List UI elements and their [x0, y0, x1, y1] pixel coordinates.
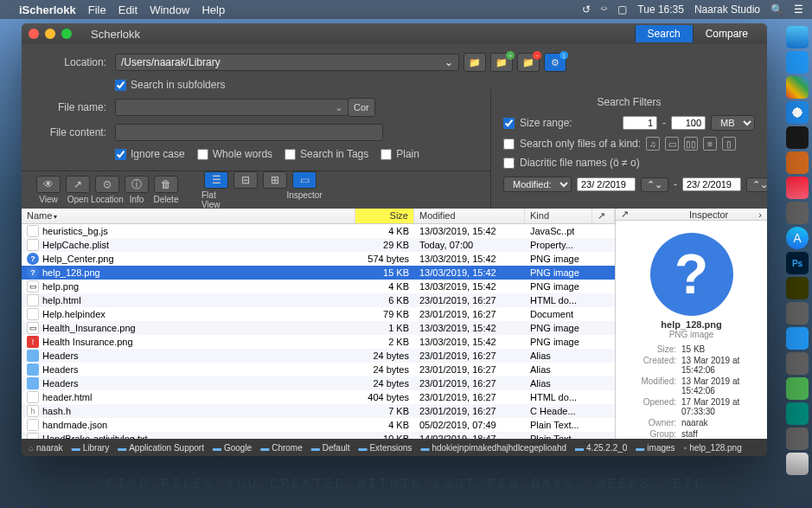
table-row[interactable]: Help.helpindex79 KB23/01/2019, 16:27Docu… [22, 307, 615, 321]
dock-photoshop[interactable]: Ps [786, 252, 809, 274]
kind-book-icon[interactable]: ▯▯ [684, 137, 698, 151]
dock-trash[interactable] [786, 453, 809, 475]
kind-text-icon[interactable]: ≡ [703, 137, 717, 151]
open-button[interactable]: ↗Open [63, 176, 93, 204]
plain-check[interactable]: Plain [380, 148, 419, 160]
dock-app-10[interactable] [786, 428, 809, 450]
location-button[interactable]: ⊙Location [93, 176, 122, 204]
external-link-icon[interactable]: ↗ [621, 209, 629, 220]
size-to-field[interactable] [671, 116, 706, 130]
date-from-stepper[interactable]: ⌃⌄ [641, 177, 668, 192]
dock-terminal[interactable] [786, 126, 809, 149]
col-extlink[interactable]: ↗ [592, 209, 615, 223]
date-from-field[interactable] [577, 177, 636, 191]
dock-safari[interactable] [786, 101, 809, 124]
folder-add-button[interactable]: 📁+ [490, 53, 513, 72]
subfolders-check[interactable]: Search in subfolders [115, 79, 225, 91]
size-from-field[interactable] [623, 116, 657, 130]
dock-finder[interactable] [786, 26, 809, 48]
close-button[interactable] [29, 29, 39, 39]
table-row[interactable]: Headers24 bytes23/01/2019, 16:27Alias [22, 349, 615, 363]
view-button[interactable]: 👁View [34, 176, 63, 204]
whole-words-check[interactable]: Whole words [197, 148, 272, 160]
folder-browse-button[interactable]: 📁 [464, 53, 486, 72]
info-button[interactable]: ⓘInfo [122, 176, 151, 204]
inspector-button[interactable]: ▭Inspector [290, 171, 319, 209]
path-segment[interactable]: ▬Google [213, 443, 252, 453]
menubar-app[interactable]: iScherlokk [19, 3, 76, 16]
dock-chrome[interactable] [786, 76, 809, 99]
settings-button[interactable]: ⚙1 [544, 53, 566, 72]
path-segment[interactable]: ▬4.25.2.2_0 [575, 443, 627, 453]
path-segment[interactable]: ▬Library [72, 443, 110, 453]
date-to-stepper[interactable]: ⌃⌄ [746, 177, 767, 192]
kind-check[interactable] [503, 138, 515, 150]
col-name[interactable]: Name [22, 209, 355, 223]
dock-app-1[interactable] [786, 51, 809, 74]
table-row[interactable]: header.html404 bytes23/01/2019, 16:27HTM… [22, 390, 615, 404]
table-row[interactable]: Headers24 bytes23/01/2019, 16:27Alias [22, 376, 615, 390]
menu-help[interactable]: Help [201, 3, 225, 16]
history-icon[interactable]: ↺ [582, 3, 591, 16]
flat-view-button[interactable]: ☰Flat View [201, 171, 231, 209]
grid-view-button[interactable]: ⊞ [260, 171, 290, 209]
table-row[interactable]: HandBrake-activitylog.txt10 KB14/02/2019… [22, 432, 615, 439]
menu-window[interactable]: Window [150, 3, 189, 16]
table-row[interactable]: HelpCache.plist29 KBToday, 07:00Property… [22, 238, 615, 252]
search-tags-check[interactable]: Search in Tags [285, 148, 368, 160]
table-row[interactable]: help.html6 KB23/01/2019, 16:27HTML do... [22, 293, 615, 307]
studio[interactable]: Naarak Studio [694, 3, 760, 16]
col-modified[interactable]: Modified [414, 209, 525, 223]
compare-button[interactable]: Compare [693, 25, 760, 42]
dock-appstore[interactable]: A [786, 227, 809, 249]
dock-app-9[interactable] [786, 402, 809, 425]
table-row[interactable]: !Health Insurance.png2 KB13/03/2019, 15:… [22, 335, 615, 349]
table-row[interactable]: ?help_128.png15 KB13/03/2019, 15:42PNG i… [22, 266, 615, 280]
dock-app-2[interactable] [786, 151, 809, 174]
table-row[interactable]: heuristics_bg.js4 KB13/03/2019, 15:42Jav… [22, 224, 615, 238]
location-field[interactable]: /Users/naarak/Library⌄ [115, 54, 459, 71]
search-icon[interactable]: 🔍 [770, 3, 783, 16]
table-row[interactable]: ?Help_Center.png574 bytes13/03/2019, 15:… [22, 252, 615, 266]
clock[interactable]: Tue 16:35 [637, 3, 684, 16]
size-range-check[interactable] [503, 118, 515, 129]
table-row[interactable]: ▭Health_Insurance.png1 KB13/03/2019, 15:… [22, 321, 615, 335]
table-row[interactable]: handmade.json4 KB05/02/2019, 07:49Plain … [22, 418, 615, 432]
wifi-icon[interactable]: ⌔ [601, 3, 607, 16]
filename-field[interactable] [115, 99, 348, 116]
col-kind[interactable]: Kind [525, 209, 592, 223]
delete-button[interactable]: 🗑Delete [151, 176, 181, 204]
menu-icon[interactable]: ☰ [794, 3, 803, 16]
path-segment[interactable]: ▬hdokiejnpimakedhajhdlcegeplioahd [420, 443, 566, 453]
table-row[interactable]: hhash.h7 KB23/01/2019, 16:27C Heade... [22, 404, 615, 418]
menu-edit[interactable]: Edit [118, 3, 137, 16]
kind-image-icon[interactable]: ▭ [665, 137, 679, 151]
path-segment[interactable]: ⌂naarak [29, 443, 63, 453]
folder-remove-button[interactable]: 📁− [517, 53, 540, 72]
minimize-button[interactable] [45, 29, 55, 39]
display-icon[interactable]: ▢ [617, 3, 627, 16]
table-row[interactable]: Headers24 bytes23/01/2019, 16:27Alias [22, 363, 615, 376]
dock-music[interactable] [786, 177, 809, 199]
content-field[interactable] [115, 124, 383, 141]
path-segment[interactable]: ▬images [636, 443, 675, 453]
size-unit-select[interactable]: MB [711, 115, 755, 131]
dock-app-8[interactable] [786, 377, 809, 400]
col-size[interactable]: Size [355, 209, 414, 223]
tree-view-button[interactable]: ⊟ [231, 171, 260, 209]
path-segment[interactable]: ▬Default [311, 443, 350, 453]
path-segment[interactable]: ▬Application Support [118, 443, 204, 453]
maximize-button[interactable] [61, 29, 72, 39]
dock-app-6[interactable] [786, 327, 809, 350]
kind-music-icon[interactable]: ♫ [646, 137, 660, 151]
ignore-case-check[interactable]: Ignore case [115, 148, 185, 160]
date-kind-select[interactable]: Modified: [503, 177, 572, 192]
dock-app-7[interactable] [786, 352, 809, 375]
diacritic-check[interactable] [503, 158, 515, 169]
path-segment[interactable]: ▬Chrome [260, 443, 303, 453]
path-segment[interactable]: ▫help_128.png [684, 443, 742, 453]
search-button[interactable]: Search [635, 25, 693, 42]
date-to-field[interactable] [682, 177, 741, 191]
dock-app-4[interactable] [786, 277, 809, 299]
filename-aux-button[interactable]: Cor [348, 98, 375, 117]
